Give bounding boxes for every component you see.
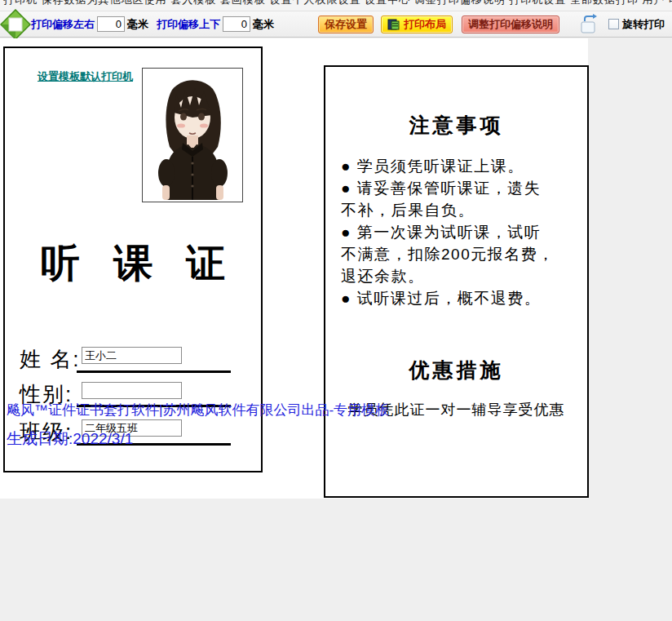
printer-icon (387, 18, 400, 31)
clipped-menu-text: 打印机 保存数据为其他地区使用 套入模板 套画模板 设置个人权限设置 设置中心 … (3, 0, 672, 7)
adjust-offset-help-button[interactable]: 调整打印偏移说明 (462, 16, 559, 33)
name-field-row: 姓 名: (20, 345, 80, 370)
offset-lr-input[interactable] (97, 16, 125, 32)
notes-title: 注意事项 (325, 112, 587, 139)
toolbar: 打印偏移左右 毫米 打印偏移上下 毫米 保存设置 打印布局 调整打印偏移说明 (0, 11, 672, 38)
card-title: 听 课 证 (5, 237, 261, 290)
offset-ud-input[interactable] (223, 16, 250, 32)
print-layout-button[interactable]: 打印布局 (381, 16, 453, 33)
clipped-menu-row: 打印机 保存数据为其他地区使用 套入模板 套画模板 设置个人权限设置 设置中心 … (0, 0, 672, 11)
set-default-printer-link[interactable]: 设置模板默认打印机 (38, 69, 133, 84)
name-input[interactable] (82, 347, 182, 364)
offers-title: 优惠措施 (325, 357, 587, 384)
card-back-preview: 注意事项 ● 学员须凭听课证上课。 ● 请妥善保管听课证，遗失 不补，后果自负。… (324, 65, 589, 498)
generated-date-watermark: 生成日期:2022/3/1 (7, 428, 133, 450)
offset-ud-label: 打印偏移上下 (157, 17, 220, 32)
software-watermark: 飚风™证件证书套打软件|苏州飚风软件有限公司出品-专用模板 (7, 401, 389, 419)
name-underline (77, 370, 231, 373)
note-item: ● 第一次课为试听课，试听 不满意，扣除200元报名费， 退还余款。 (341, 221, 577, 287)
diamond-icon (0, 11, 31, 38)
student-photo (142, 68, 243, 202)
notes-list: ● 学员须凭听课证上课。 ● 请妥善保管听课证，遗失 不补，后果自负。 ● 第一… (341, 155, 577, 309)
print-layout-label: 打印布局 (404, 17, 446, 32)
rotate-print-label: 旋转打印 (622, 17, 665, 32)
gender-input[interactable] (82, 382, 182, 399)
offset-lr-label: 打印偏移左右 (31, 17, 95, 32)
save-settings-button[interactable]: 保存设置 (318, 16, 374, 33)
note-item: ● 学员须凭听课证上课。 (341, 155, 577, 177)
offset-ud-unit: 毫米 (253, 17, 274, 32)
preview-workspace: 设置模板默认打印机 (0, 38, 588, 499)
offset-lr-unit: 毫米 (127, 17, 148, 32)
rotate-print-checkbox[interactable] (608, 19, 619, 29)
note-item: ● 请妥善保管听课证，遗失 不补，后果自负。 (341, 177, 577, 221)
note-item: ● 试听课过后，概不退费。 (341, 287, 577, 309)
name-label: 姓 名: (20, 347, 80, 371)
adjust-offset-help-label: 调整打印偏移说明 (468, 17, 553, 32)
save-settings-label: 保存设置 (325, 17, 367, 32)
app-window: 打印机 保存数据为其他地区使用 套入模板 套画模板 设置个人权限设置 设置中心 … (0, 0, 672, 621)
rotate-page-icon (579, 14, 601, 35)
